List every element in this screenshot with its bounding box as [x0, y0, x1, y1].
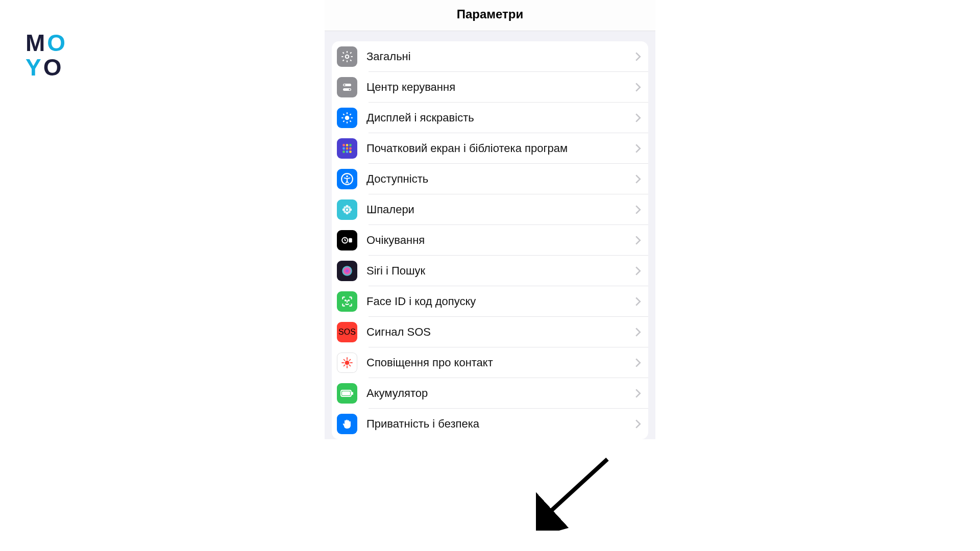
svg-line-11 — [350, 120, 351, 121]
settings-row-wallpaper[interactable]: Шпалери — [332, 194, 648, 225]
settings-row-siri[interactable]: Siri і Пошук — [332, 256, 648, 286]
svg-rect-19 — [349, 147, 351, 149]
settings-row-label: Сповіщення про контакт — [366, 356, 635, 370]
svg-point-50 — [341, 362, 342, 363]
svg-point-4 — [349, 89, 350, 90]
page-title: Параметри — [325, 0, 655, 31]
settings-row-label: Доступність — [366, 172, 635, 186]
svg-rect-54 — [352, 392, 353, 395]
flower-icon — [337, 199, 357, 220]
settings-panel: Параметри Загальні Центр керування Диспл… — [325, 0, 655, 439]
svg-rect-35 — [349, 238, 352, 243]
svg-point-39 — [345, 361, 350, 365]
svg-point-28 — [342, 208, 345, 211]
toggle-icon — [337, 77, 357, 97]
settings-row-label: Face ID і код допуску — [366, 294, 635, 309]
svg-point-27 — [346, 212, 348, 214]
svg-point-32 — [344, 211, 346, 213]
settings-row-accessibility[interactable]: Доступність — [332, 164, 648, 194]
svg-line-13 — [350, 114, 351, 115]
svg-point-0 — [346, 55, 349, 59]
svg-point-24 — [346, 176, 348, 177]
svg-rect-20 — [342, 151, 345, 153]
chevron-right-icon — [635, 236, 641, 245]
svg-point-49 — [347, 367, 348, 368]
svg-line-55 — [546, 459, 607, 515]
chevron-right-icon — [635, 205, 641, 214]
svg-point-36 — [342, 266, 352, 276]
settings-row-control-center[interactable]: Центр керування — [332, 72, 648, 103]
svg-point-30 — [344, 206, 346, 209]
chevron-right-icon — [635, 419, 641, 429]
settings-row-label: Дисплей і яскравість — [366, 111, 635, 125]
settings-row-home-screen[interactable]: Початковий екран і бібліотека програм — [332, 133, 648, 164]
chevron-right-icon — [635, 174, 641, 184]
svg-point-26 — [346, 205, 348, 208]
settings-row-label: Очікування — [366, 233, 635, 247]
chevron-right-icon — [635, 52, 641, 61]
settings-row-label: Шпалери — [366, 203, 635, 217]
settings-row-label: Акумулятор — [366, 386, 635, 400]
virus-icon — [337, 353, 357, 373]
svg-line-44 — [344, 359, 345, 361]
settings-row-label: Siri і Пошук — [366, 264, 635, 278]
face-id-icon — [337, 291, 357, 312]
chevron-right-icon — [635, 83, 641, 92]
settings-row-label: Загальні — [366, 49, 635, 64]
chevron-right-icon — [635, 144, 641, 153]
svg-point-31 — [348, 206, 351, 209]
settings-group: Загальні Центр керування Дисплей і яскра… — [332, 41, 648, 439]
settings-row-exposure[interactable]: Сповіщення про контакт — [332, 347, 648, 378]
svg-rect-15 — [346, 144, 348, 146]
sos-icon: SOS — [337, 322, 357, 342]
siri-icon — [337, 261, 357, 281]
gear-icon — [337, 46, 357, 67]
svg-rect-22 — [349, 151, 351, 153]
svg-rect-17 — [342, 147, 345, 149]
chevron-right-icon — [635, 113, 641, 122]
settings-row-general[interactable]: Загальні — [332, 41, 648, 72]
app-grid-icon — [337, 138, 357, 159]
hand-icon — [337, 414, 357, 434]
svg-point-38 — [348, 300, 349, 301]
svg-point-33 — [348, 211, 351, 213]
svg-line-47 — [349, 359, 351, 361]
chevron-right-icon — [635, 389, 641, 398]
svg-point-25 — [346, 209, 349, 211]
battery-icon — [337, 383, 357, 404]
brightness-icon — [337, 108, 357, 128]
svg-rect-53 — [342, 391, 350, 395]
clock-icon — [337, 230, 357, 251]
svg-line-45 — [349, 365, 351, 366]
svg-rect-14 — [342, 144, 345, 146]
svg-rect-18 — [346, 147, 348, 149]
settings-row-label: Центр керування — [366, 80, 635, 94]
settings-row-faceid[interactable]: Face ID і код допуску — [332, 286, 648, 317]
settings-row-battery[interactable]: Акумулятор — [332, 378, 648, 409]
settings-row-label: Приватність і безпека — [366, 417, 635, 431]
settings-row-standby[interactable]: Очікування — [332, 225, 648, 256]
settings-row-display[interactable]: Дисплей і яскравість — [332, 103, 648, 133]
svg-line-12 — [343, 120, 344, 121]
settings-row-sos[interactable]: SOS Сигнал SOS — [332, 317, 648, 347]
settings-row-label: Початковий екран і бібліотека програм — [366, 141, 635, 156]
settings-row-privacy[interactable]: Приватність і безпека — [332, 409, 648, 439]
chevron-right-icon — [635, 328, 641, 337]
svg-point-29 — [349, 208, 352, 211]
annotation-arrow — [536, 454, 618, 531]
svg-point-51 — [352, 362, 353, 363]
svg-rect-16 — [349, 144, 351, 146]
svg-point-5 — [345, 116, 350, 120]
chevron-right-icon — [635, 266, 641, 276]
accessibility-icon — [337, 169, 357, 189]
svg-point-37 — [345, 300, 346, 301]
chevron-right-icon — [635, 297, 641, 306]
svg-line-10 — [343, 114, 344, 115]
svg-line-46 — [344, 365, 345, 366]
svg-point-48 — [347, 357, 348, 358]
svg-point-2 — [344, 84, 345, 86]
moyo-logo: MO YO — [26, 31, 67, 80]
svg-rect-21 — [346, 151, 348, 153]
chevron-right-icon — [635, 358, 641, 367]
settings-row-label: Сигнал SOS — [366, 325, 635, 339]
